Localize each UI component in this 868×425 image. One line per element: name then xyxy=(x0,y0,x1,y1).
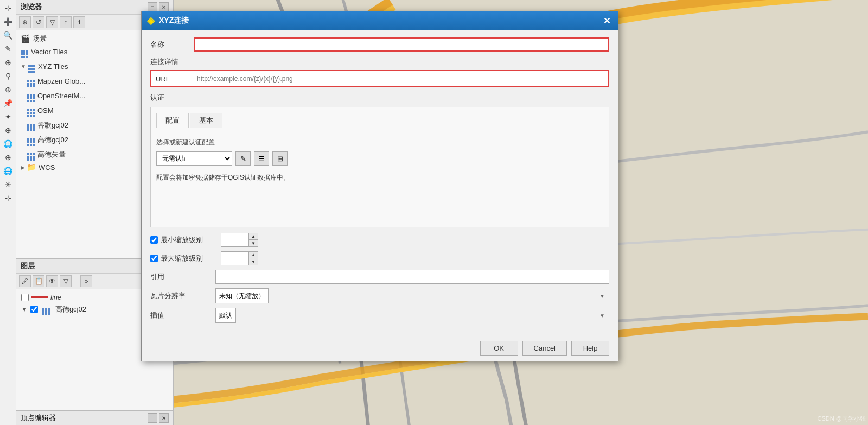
min-zoom-row: 最小缩放级别 0 ▲ ▼ xyxy=(150,233,609,247)
gaode-vector-icon xyxy=(27,148,35,161)
toolbar-icon-7[interactable]: ⊕ xyxy=(2,84,14,96)
browser-up-btn[interactable]: ↑ xyxy=(60,16,72,28)
max-zoom-spinbox-btns: ▲ ▼ xyxy=(248,252,258,265)
dialog-title-text: XYZ连接 xyxy=(159,16,189,26)
mapzen-icon xyxy=(27,75,35,87)
layer-gaode-checkbox[interactable] xyxy=(30,306,38,313)
scene-icon: 🎬 xyxy=(21,34,30,43)
qgis-logo-icon: ◈ xyxy=(147,15,155,27)
browser-filter-btn[interactable]: ▽ xyxy=(46,16,58,28)
line-style-icon xyxy=(31,296,48,298)
auth-subtitle: 选择或新建认证配置 xyxy=(156,138,603,147)
auth-note: 配置会将加密凭据储存于QGIS认证数据库中。 xyxy=(156,171,603,185)
dialog-body: 名称 连接详情 URL 认证 配置 基本 xyxy=(142,30,618,335)
browser-add-btn[interactable]: ⊕ xyxy=(19,16,31,28)
toolbar-icon-10[interactable]: ⊕ xyxy=(2,124,14,136)
auth-label: 认证 xyxy=(150,93,609,103)
toolbar-icon-8[interactable]: 📌 xyxy=(2,97,14,109)
wcs-icon: 📁 xyxy=(27,163,36,172)
toolbar-icon-11[interactable]: 🌐 xyxy=(2,138,14,150)
layer-expand-arrow: ▼ xyxy=(21,306,28,313)
resolution-dropdown-wrapper: 未知（无缩放） xyxy=(215,288,609,303)
toolbar-icon-12[interactable]: ⊕ xyxy=(2,151,14,163)
max-zoom-down-btn[interactable]: ▼ xyxy=(249,258,258,265)
auth-config-select[interactable]: 无需认证 xyxy=(156,151,232,166)
auth-clear-btn[interactable]: ☰ xyxy=(254,151,269,166)
browser-refresh-btn[interactable]: ↺ xyxy=(33,16,44,28)
layer-toolbar-btn-2[interactable]: 📋 xyxy=(33,275,44,287)
toolbar-icon-4[interactable]: ✎ xyxy=(2,43,14,55)
toolbar-icon-2[interactable]: ➕ xyxy=(2,16,14,28)
dialog-titlebar: ◈ XYZ连接 ✕ xyxy=(142,11,618,30)
toolbar-icon-3[interactable]: 🔍 xyxy=(2,29,14,41)
name-input[interactable] xyxy=(194,37,609,52)
max-zoom-input[interactable]: 18 xyxy=(221,252,248,265)
browser-info-btn[interactable]: ℹ xyxy=(73,16,85,28)
interpolation-label: 插值 xyxy=(150,310,215,320)
google-icon xyxy=(27,119,35,131)
ref-label: 引用 xyxy=(150,272,215,282)
layer-panel-title: 图层 xyxy=(21,261,35,271)
auth-select-row: 无需认证 ✎ ☰ ⊞ xyxy=(156,151,603,166)
vertex-btn-1[interactable]: □ xyxy=(148,413,157,423)
vector-tiles-icon xyxy=(21,46,28,58)
name-label: 名称 xyxy=(150,40,194,49)
toolbar-icon-13[interactable]: 🌐 xyxy=(2,165,14,177)
ok-button[interactable]: OK xyxy=(480,341,518,356)
layer-line-label: line xyxy=(50,293,61,301)
layer-toolbar-btn-5[interactable]: » xyxy=(80,275,92,287)
ref-row: 引用 xyxy=(150,270,609,284)
vertex-panel: 顶点编辑器 □ ✕ xyxy=(16,410,173,425)
min-zoom-spinbox: 0 ▲ ▼ xyxy=(221,233,258,247)
toolbar-icon-1[interactable]: ⊹ xyxy=(2,2,14,14)
help-button[interactable]: Help xyxy=(571,341,609,356)
resolution-select[interactable]: 未知（无缩放） xyxy=(215,288,269,303)
layer-line-checkbox[interactable] xyxy=(21,294,29,301)
auth-tabs: 配置 基本 xyxy=(156,113,603,128)
osm-icon xyxy=(27,104,35,117)
auth-empty-area xyxy=(156,185,603,217)
toolbar-icon-9[interactable]: ✦ xyxy=(2,111,14,123)
layer-gaode-label: 高德gcj02 xyxy=(55,305,86,314)
auth-add-btn[interactable]: ⊞ xyxy=(272,151,288,166)
vertex-btn-2[interactable]: ✕ xyxy=(159,413,169,423)
max-zoom-label: 最大缩放级别 xyxy=(150,253,215,263)
dialog-close-button[interactable]: ✕ xyxy=(601,16,612,26)
resolution-label: 瓦片分辨率 xyxy=(150,291,215,301)
interpolation-select[interactable]: 默认 xyxy=(215,308,236,323)
interpolation-row: 插值 默认 xyxy=(150,308,609,323)
xyz-dialog[interactable]: ◈ XYZ连接 ✕ 名称 连接详情 URL xyxy=(141,11,618,361)
app-container: ⊹ ➕ 🔍 ✎ ⊕ ⚲ ⊕ 📌 ✦ ⊕ 🌐 ⊕ 🌐 ✳ ⊹ 浏览器 □ ✕ ⊕ … xyxy=(0,0,868,425)
auth-content: 选择或新建认证配置 无需认证 ✎ ☰ ⊞ 配置会将加密凭据储存于QGIS认证数据… xyxy=(156,134,603,221)
auth-edit-btn[interactable]: ✎ xyxy=(235,151,251,166)
max-zoom-up-btn[interactable]: ▲ xyxy=(249,252,258,258)
max-zoom-checkbox[interactable] xyxy=(150,255,158,262)
openstreet-icon xyxy=(27,90,35,102)
min-zoom-input[interactable]: 0 xyxy=(221,233,248,246)
toolbar-icon-5[interactable]: ⊕ xyxy=(2,56,14,68)
cancel-button[interactable]: Cancel xyxy=(522,341,567,356)
layer-toolbar-btn-1[interactable]: 🖊 xyxy=(19,275,31,287)
url-label: URL xyxy=(154,75,197,83)
gaode-gcj02-icon xyxy=(27,134,35,146)
wcs-arrow: ▶ xyxy=(21,164,25,170)
url-input[interactable] xyxy=(197,72,606,85)
toolbar-icon-14[interactable]: ✳ xyxy=(2,179,14,191)
min-zoom-down-btn[interactable]: ▼ xyxy=(249,240,258,246)
min-zoom-checkbox[interactable] xyxy=(150,236,158,244)
layer-toolbar-btn-4[interactable]: ▽ xyxy=(60,275,72,287)
min-zoom-up-btn[interactable]: ▲ xyxy=(249,233,258,240)
vertex-title: 顶点编辑器 xyxy=(21,413,56,423)
left-toolbar: ⊹ ➕ 🔍 ✎ ⊕ ⚲ ⊕ 📌 ✦ ⊕ 🌐 ⊕ 🌐 ✳ ⊹ xyxy=(0,0,16,425)
watermark: CSDN @同学小张 xyxy=(818,415,866,423)
toolbar-icon-15[interactable]: ⊹ xyxy=(2,192,14,204)
ref-input[interactable] xyxy=(215,270,609,284)
layer-toolbar-btn-3[interactable]: 👁 xyxy=(46,275,58,287)
toolbar-icon-6[interactable]: ⚲ xyxy=(2,70,14,82)
interpolation-dropdown-wrapper: 默认 xyxy=(215,308,609,323)
max-zoom-spinbox: 18 ▲ ▼ xyxy=(221,251,258,265)
max-zoom-row: 最大缩放级别 18 ▲ ▼ xyxy=(150,251,609,265)
auth-tab-basic[interactable]: 基本 xyxy=(190,113,222,128)
resolution-row: 瓦片分辨率 未知（无缩放） xyxy=(150,288,609,303)
auth-tab-config[interactable]: 配置 xyxy=(156,113,189,128)
